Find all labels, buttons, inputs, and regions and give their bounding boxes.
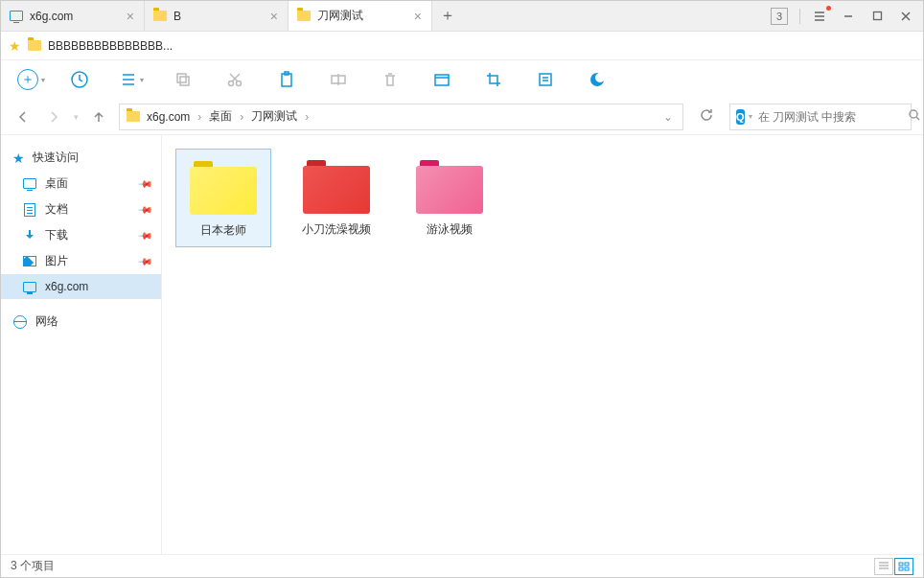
history-icon[interactable] — [64, 64, 95, 95]
svg-rect-6 — [282, 74, 291, 86]
status-bar: 3 个项目 — [1, 554, 923, 577]
nav-row: ▾ x6g.com› 桌面› 刀网测试› ⌄ Q ▾ — [1, 99, 923, 135]
folder-item[interactable]: 日本老师 — [175, 149, 271, 247]
sidebar-item-downloads[interactable]: 下载 📌 — [1, 222, 161, 248]
add-tab-button[interactable]: ＋ — [432, 1, 463, 31]
close-icon[interactable]: × — [125, 9, 136, 24]
star-icon: ★ — [12, 150, 25, 166]
svg-point-12 — [595, 73, 605, 82]
tab-label: B — [173, 10, 263, 23]
globe-icon — [12, 314, 28, 330]
note-icon[interactable] — [530, 64, 561, 95]
svg-rect-9 — [435, 75, 449, 85]
chevron-right-icon: › — [197, 110, 201, 124]
copy-icon[interactable] — [168, 64, 198, 95]
search-icon[interactable] — [908, 108, 921, 125]
svg-point-13 — [910, 110, 917, 118]
close-icon[interactable]: × — [268, 9, 280, 24]
sidebar-item-network[interactable]: 网络 — [1, 309, 161, 335]
history-dropdown[interactable]: ▾ — [74, 112, 79, 122]
minimize-button[interactable] — [835, 3, 862, 30]
toolbar: ＋▾ ▾ — [1, 60, 923, 99]
address-bar[interactable]: x6g.com› 桌面› 刀网测试› ⌄ — [119, 104, 683, 130]
bookmark-item[interactable]: BBBBBBBBBBBBBBB... — [48, 39, 173, 53]
sidebar-item-documents[interactable]: 文档 📌 — [1, 197, 161, 222]
sidebar-quick-access[interactable]: ★ 快速访问 — [1, 145, 161, 171]
window-icon[interactable] — [427, 64, 457, 95]
list-icon[interactable]: ▾ — [116, 64, 147, 95]
details-view-button[interactable] — [874, 558, 893, 575]
folder-icon — [27, 38, 42, 54]
sidebar-label: 快速访问 — [33, 150, 79, 166]
window-controls: 3 — [771, 1, 923, 31]
sidebar: ★ 快速访问 桌面 📌 文档 📌 下载 📌 图片 📌 x6g.com — [1, 135, 162, 554]
pin-icon: 📌 — [138, 227, 153, 243]
sidebar-label: 图片 — [45, 253, 68, 269]
delete-icon[interactable] — [375, 64, 405, 95]
close-button[interactable] — [892, 3, 919, 30]
star-icon[interactable]: ★ — [9, 38, 21, 54]
folder-icon — [190, 157, 257, 215]
menu-icon[interactable] — [806, 3, 833, 30]
back-button[interactable] — [12, 106, 34, 127]
folder-icon — [152, 9, 168, 24]
monitor-icon — [9, 9, 24, 24]
paste-icon[interactable] — [271, 64, 302, 95]
svg-rect-17 — [905, 567, 909, 570]
up-button[interactable] — [88, 106, 109, 127]
folder-icon — [303, 156, 370, 214]
folder-item[interactable]: 游泳视频 — [402, 149, 497, 245]
file-label: 日本老师 — [200, 222, 246, 239]
new-button[interactable]: ＋▾ — [12, 64, 43, 95]
sidebar-label: 桌面 — [45, 175, 68, 192]
forward-button[interactable] — [43, 106, 64, 127]
file-grid[interactable]: 日本老师 小刀洗澡视频 游泳视频 — [162, 135, 923, 554]
tab-label: x6g.com — [30, 10, 119, 23]
sidebar-item-pictures[interactable]: 图片 📌 — [1, 248, 161, 274]
folder-icon — [416, 156, 483, 214]
crop-icon[interactable] — [478, 64, 509, 95]
tab-daowang[interactable]: 刀网测试 × — [289, 1, 432, 31]
tab-b[interactable]: B × — [145, 1, 289, 31]
svg-rect-0 — [873, 12, 881, 20]
chevron-right-icon: › — [240, 110, 243, 124]
sidebar-label: 文档 — [45, 201, 68, 218]
pin-icon: 📌 — [138, 175, 153, 191]
main-area: ★ 快速访问 桌面 📌 文档 📌 下载 📌 图片 📌 x6g.com — [1, 135, 923, 554]
svg-rect-10 — [540, 74, 551, 85]
breadcrumb[interactable]: 刀网测试 — [251, 108, 297, 125]
sidebar-label: 下载 — [45, 227, 68, 243]
download-icon — [22, 228, 37, 243]
sidebar-label: x6g.com — [45, 280, 88, 293]
chevron-down-icon[interactable]: ▾ — [749, 112, 752, 121]
cut-icon[interactable] — [219, 64, 250, 95]
sidebar-label: 网络 — [35, 313, 58, 330]
image-icon — [22, 254, 37, 269]
chevron-down-icon[interactable]: ⌄ — [659, 110, 677, 124]
svg-rect-14 — [899, 563, 903, 566]
moon-icon[interactable] — [582, 64, 612, 95]
breadcrumb[interactable]: x6g.com — [147, 110, 190, 124]
close-icon[interactable]: × — [412, 9, 424, 24]
monitor-icon — [22, 176, 37, 192]
sidebar-item-x6g[interactable]: x6g.com — [1, 274, 161, 299]
maximize-button[interactable] — [864, 3, 890, 30]
icons-view-button[interactable] — [894, 558, 913, 575]
sidebar-item-desktop[interactable]: 桌面 📌 — [1, 171, 161, 197]
search-box[interactable]: Q ▾ — [729, 104, 912, 130]
rename-icon[interactable] — [323, 64, 354, 95]
folder-icon — [296, 9, 312, 24]
tab-bar: x6g.com × B × 刀网测试 × ＋ 3 — [1, 1, 923, 32]
tab-x6g[interactable]: x6g.com × — [1, 1, 145, 31]
tab-count-badge[interactable]: 3 — [771, 8, 788, 25]
svg-rect-2 — [177, 74, 186, 82]
bookmarks-bar: ★ BBBBBBBBBBBBBBB... — [1, 32, 923, 60]
chevron-right-icon: › — [305, 110, 309, 124]
svg-rect-3 — [180, 77, 189, 85]
folder-item[interactable]: 小刀洗澡视频 — [289, 149, 384, 245]
monitor-icon — [22, 279, 37, 294]
view-switcher — [874, 558, 913, 575]
refresh-button[interactable] — [693, 107, 720, 126]
search-input[interactable] — [758, 110, 902, 124]
breadcrumb[interactable]: 桌面 — [209, 108, 232, 125]
